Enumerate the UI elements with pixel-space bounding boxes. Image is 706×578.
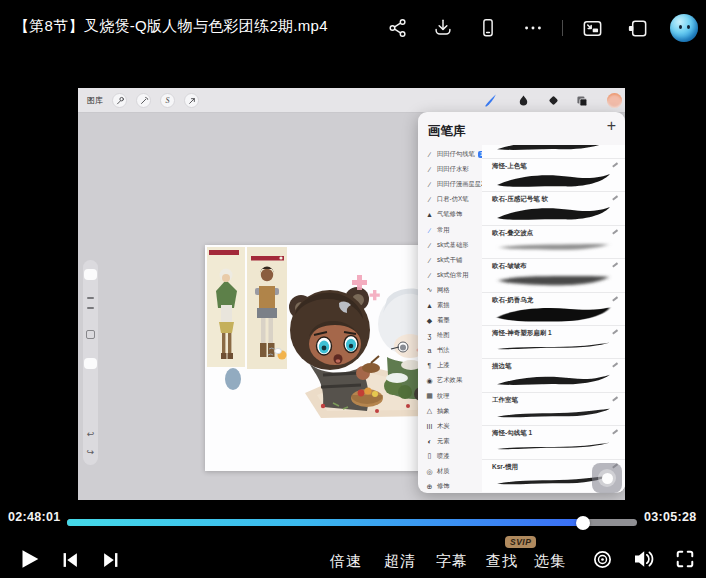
share-icon	[387, 17, 409, 39]
fullscreen-button[interactable]	[674, 548, 696, 570]
brush-stroke-preview	[492, 238, 615, 257]
brush-category-label: 常用	[437, 226, 450, 235]
brush-category-label: 口君-仿X笔	[437, 195, 468, 204]
color-circle	[607, 93, 622, 108]
next-episode-button[interactable]	[99, 548, 123, 572]
brush-category-label: 喷漆	[437, 452, 450, 461]
progress-bar[interactable]	[67, 519, 637, 526]
brush-item-8: 工作室笔	[482, 393, 625, 426]
download-button[interactable]	[431, 16, 455, 40]
subtitles-button[interactable]: 字幕	[436, 552, 468, 571]
playhead-handle[interactable]	[576, 516, 590, 530]
brush-category-label: 材质	[437, 467, 450, 476]
quality-button[interactable]: 超清	[384, 552, 416, 571]
brush-category-label: 修饰	[437, 482, 450, 491]
brush-category-22: ◎材质	[418, 464, 482, 479]
brush-category-glyph-icon: ∕	[425, 166, 434, 173]
brush-category-label: 气笔修饰	[437, 210, 462, 219]
brush-item-9: 海怪-勾线笔 1	[482, 426, 625, 459]
brush-category-glyph-icon: ◆	[425, 317, 434, 325]
brush-category-19: III木炭	[418, 419, 482, 434]
brush-name: 欧石-叠交波点	[492, 229, 615, 237]
find-button[interactable]: 查找	[486, 552, 518, 571]
slider-tick	[87, 307, 94, 309]
wrench-icon	[112, 93, 127, 108]
user-avatar[interactable]	[670, 14, 698, 42]
brush-category-glyph-icon: ⊕	[425, 483, 434, 491]
opacity-slider-handle	[84, 358, 97, 369]
record-button[interactable]	[591, 548, 613, 570]
brush-category-6: ∕常用	[418, 222, 482, 237]
record-icon	[592, 549, 613, 570]
speed-button[interactable]: 倍速	[330, 552, 362, 571]
brush-category-label: 田田仔水彩	[437, 165, 468, 174]
brush-stroke-preview	[492, 204, 615, 223]
brush-panel-header: 画笔库 +	[418, 112, 625, 145]
pip-icon	[581, 17, 604, 40]
video-title: 【第8节】叉烧煲-Q版人物与色彩团练2期.mp4	[14, 17, 328, 36]
brush-category-glyph-icon: ▲	[425, 211, 434, 218]
brush-name: 海怪-神奇塑形扁刷 1	[492, 329, 615, 337]
brush-category-label: 田田仔漫画星星2	[437, 180, 482, 189]
brush-library-panel: 画笔库 + ∕田田仔勾线笔1∕田田仔水彩∕田田仔漫画星星2∕口君-仿X笔▲气笔修…	[418, 112, 625, 493]
episodes-button[interactable]: 选集	[534, 552, 566, 571]
selection-icon: S	[160, 93, 175, 108]
brush-category-label: 田田仔勾线笔	[437, 150, 475, 159]
brush-category-13: ʒ绘图	[418, 328, 482, 343]
brush-category-label: 书法	[437, 346, 450, 355]
brush-category-glyph-icon: ∕	[425, 196, 434, 203]
float-window-button[interactable]	[625, 16, 649, 40]
brush-name: 描边笔	[492, 362, 615, 370]
brush-item-3: 欧石-叠交波点	[482, 226, 625, 259]
more-button[interactable]	[521, 16, 545, 40]
current-time: 02:48:01	[8, 510, 60, 524]
brush-category-label: 上漆	[437, 361, 450, 370]
brush-stroke-preview	[492, 371, 615, 390]
brush-category-10: ∿网格	[418, 283, 482, 298]
brush-category-9: ∕sk式伯常用	[418, 268, 482, 283]
top-bar-divider	[562, 20, 563, 36]
color-swatch-blob	[225, 368, 241, 390]
brush-category-glyph-icon: ◎	[425, 468, 434, 476]
brush-stroke-preview	[492, 338, 615, 357]
brush-stroke-preview	[492, 405, 615, 424]
send-to-mobile-button[interactable]	[476, 16, 500, 40]
gallery-label: 图库	[87, 95, 103, 106]
brush-category-4: ∕口君-仿X笔	[418, 192, 482, 207]
play-button[interactable]	[14, 544, 44, 574]
brush-category-glyph-icon: ∕	[425, 257, 434, 264]
video-content-frame[interactable]: 图库 S	[78, 88, 625, 500]
volume-button[interactable]	[631, 546, 657, 572]
video-player-window: 【第8节】叉烧煲-Q版人物与色彩团练2期.mp4	[0, 0, 706, 578]
brush-item-7: 描边笔	[482, 359, 625, 392]
brush-item-1: 海怪-上色笔	[482, 159, 625, 192]
more-icon	[522, 17, 544, 39]
brush-item-partial	[482, 145, 625, 159]
brush-category-11: ▲素描	[418, 298, 482, 313]
brush-category-glyph-icon: III	[425, 423, 434, 430]
brush-stroke-preview	[492, 438, 615, 457]
brush-category-1: ∕田田仔勾线笔1	[418, 147, 482, 162]
prev-episode-button[interactable]	[58, 548, 82, 572]
brush-category-list: ∕田田仔勾线笔1∕田田仔水彩∕田田仔漫画星星2∕口君-仿X笔▲气笔修饰∕常用∕s…	[418, 145, 482, 492]
eraser-tool-icon	[545, 92, 562, 109]
top-bar-actions	[386, 14, 698, 42]
progress-played	[67, 519, 583, 526]
picture-in-picture-button[interactable]	[580, 16, 604, 40]
brush-category-12: ◆着墨	[418, 313, 482, 328]
brush-item-2: 欧石-压感记号笔 软	[482, 192, 625, 225]
brush-category-label: 绘图	[437, 331, 450, 340]
assistive-touch-button	[592, 463, 622, 493]
brush-category-18: △抽象	[418, 404, 482, 419]
wand-icon	[136, 93, 151, 108]
brush-category-glyph-icon: ∕	[425, 242, 434, 249]
brush-category-label: sk式干铺	[437, 256, 462, 265]
brush-category-5: ▲气笔修饰	[418, 207, 482, 222]
undo-icon: ↩	[83, 430, 98, 439]
brush-category-label: 着墨	[437, 316, 450, 325]
fullscreen-icon	[675, 549, 695, 569]
brush-name: 欧石-压感记号笔 软	[492, 195, 615, 203]
brush-category-label: 素描	[437, 301, 450, 310]
share-button[interactable]	[386, 16, 410, 40]
player-top-bar: 【第8节】叉烧煲-Q版人物与色彩团练2期.mp4	[0, 0, 706, 56]
